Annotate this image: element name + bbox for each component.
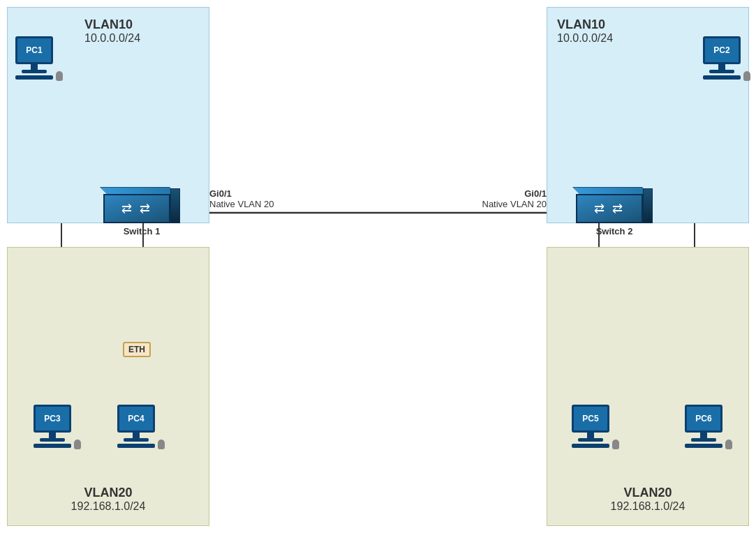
- pc6-neck: [700, 433, 707, 438]
- pc3-label: PC3: [44, 414, 60, 423]
- switch1: ⇄ ⇄ Switch 1: [103, 187, 180, 237]
- pc3-stand: [40, 438, 65, 442]
- pc5: PC5: [572, 405, 609, 448]
- pc1-neck: [31, 64, 38, 70]
- pc4-mouse-icon: [158, 440, 165, 449]
- vlan10-right-subnet: 10.0.0.0/24: [557, 32, 613, 45]
- pc1-screen: PC1: [15, 36, 53, 64]
- pc2-stand: [709, 70, 734, 73]
- pc2-label: PC2: [713, 45, 729, 55]
- pc1-label: PC1: [26, 45, 42, 55]
- pc1-mouse-icon: [56, 71, 63, 81]
- pc3: PC3: [34, 405, 71, 448]
- pc5-neck: [587, 433, 594, 438]
- pc4-keyboard: [117, 444, 155, 448]
- pc4-label: PC4: [128, 414, 144, 423]
- switch1-front-face: ⇄ ⇄: [103, 194, 170, 223]
- switch2: ⇄ ⇄ Switch 2: [576, 187, 653, 237]
- pc5-screen: PC5: [572, 405, 609, 433]
- pc4-neck: [133, 433, 140, 438]
- pc4-stand: [124, 438, 149, 442]
- vlan20-left-label: VLAN20: [71, 486, 146, 500]
- pc1: PC1: [15, 36, 53, 80]
- pc3-screen: PC3: [34, 405, 71, 433]
- pc5-stand: [578, 438, 603, 442]
- vlan10-left-subnet: 10.0.0.0/24: [84, 32, 140, 45]
- pc1-keyboard: [15, 75, 53, 80]
- pc3-keyboard: [34, 444, 71, 448]
- vlan10-left-label: VLAN10: [84, 17, 140, 32]
- pc2-screen: PC2: [703, 36, 741, 64]
- pc2-neck: [718, 64, 725, 70]
- pc1-stand: [22, 70, 47, 73]
- switch1-icon: ⇄ ⇄: [103, 187, 180, 223]
- pc6-mouse-icon: [725, 440, 732, 449]
- vlan20-right-subnet: 192.168.1.0/24: [611, 500, 685, 513]
- pc2: PC2: [703, 36, 741, 80]
- left-native-vlan-label: Native VLAN 20: [209, 199, 274, 209]
- pc3-neck: [49, 433, 56, 438]
- vlan20-left-subnet: 192.168.1.0/24: [71, 500, 146, 513]
- pc4-screen: PC4: [117, 405, 155, 433]
- right-native-vlan-label: Native VLAN 20: [482, 199, 547, 209]
- pc2-keyboard: [703, 75, 741, 80]
- eth-label: ETH: [128, 345, 145, 354]
- switch1-right-face: [170, 188, 180, 223]
- switch2-front-face: ⇄ ⇄: [576, 194, 643, 223]
- switch2-arrows-icon: ⇄ ⇄: [594, 201, 625, 216]
- right-interface-label: Gi0/1: [482, 188, 547, 199]
- pc3-mouse-icon: [74, 440, 81, 449]
- pc4: PC4: [117, 405, 155, 448]
- vlan20-right-label: VLAN20: [611, 486, 685, 500]
- pc2-mouse-icon: [743, 71, 750, 81]
- trunk-label-right: Gi0/1 Native VLAN 20: [482, 188, 547, 209]
- pc6-screen: PC6: [685, 405, 722, 433]
- pc6-keyboard: [685, 444, 722, 448]
- switch2-right-face: [643, 188, 653, 223]
- pc6-label: PC6: [695, 414, 711, 423]
- switch1-arrows-icon: ⇄ ⇄: [121, 201, 152, 216]
- vlan20-right-box: VLAN20 192.168.1.0/24: [547, 247, 749, 526]
- eth-badge: ETH: [123, 342, 151, 357]
- pc5-mouse-icon: [612, 440, 619, 449]
- pc5-label: PC5: [582, 414, 598, 423]
- left-interface-label: Gi0/1: [209, 188, 274, 199]
- vlan10-right-label: VLAN10: [557, 17, 613, 32]
- switch1-label: Switch 1: [124, 226, 161, 237]
- pc6: PC6: [685, 405, 722, 448]
- vlan20-left-box: VLAN20 192.168.1.0/24: [7, 247, 209, 526]
- switch2-label: Switch 2: [596, 226, 633, 237]
- network-diagram: VLAN10 10.0.0.0/24 VLAN10 10.0.0.0/24 VL…: [0, 0, 756, 533]
- pc6-stand: [691, 438, 716, 442]
- switch2-icon: ⇄ ⇄: [576, 187, 653, 223]
- pc5-keyboard: [572, 444, 609, 448]
- trunk-label-left: Gi0/1 Native VLAN 20: [209, 188, 274, 209]
